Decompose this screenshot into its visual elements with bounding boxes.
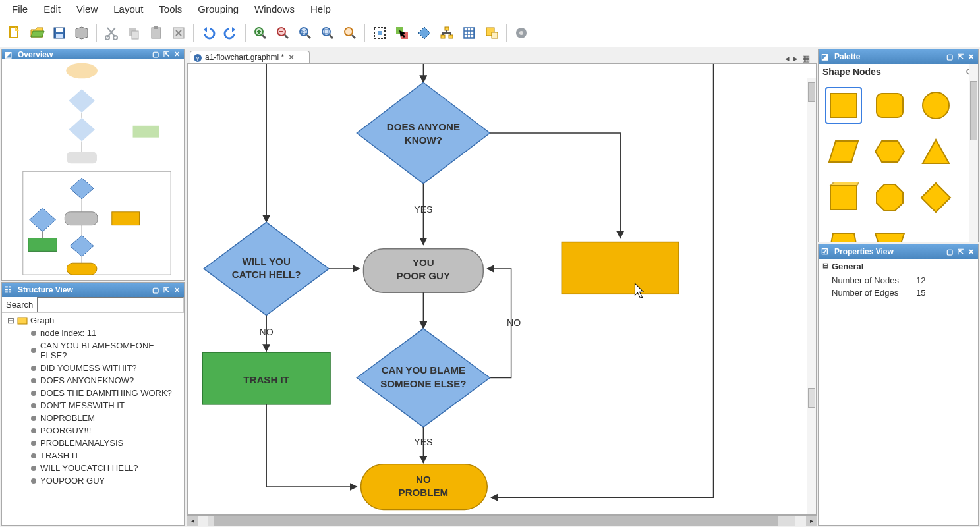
- panel-close-icon[interactable]: ✕: [966, 247, 975, 256]
- fit-content-icon[interactable]: [369, 22, 390, 43]
- panel-close-icon[interactable]: ✕: [172, 50, 181, 59]
- node-does-anyone-know[interactable]: [357, 82, 490, 183]
- tab-close-icon[interactable]: ✕: [288, 53, 295, 62]
- marquee-icon[interactable]: [414, 22, 435, 43]
- tree-item[interactable]: PROBLEMANALYSIS: [7, 437, 181, 449]
- tree-root[interactable]: ⊟ Graph: [7, 316, 181, 325]
- tree-item[interactable]: POORGUY!!!: [7, 424, 181, 437]
- scroll-track[interactable]: [208, 516, 795, 526]
- overview-body[interactable]: [2, 59, 184, 280]
- tree-item[interactable]: TRASH IT: [7, 449, 181, 462]
- panel-close-icon[interactable]: ✕: [172, 285, 181, 294]
- tree-item[interactable]: YOUPOOR GUY: [7, 474, 181, 487]
- panel-pin-icon[interactable]: ⇱: [956, 247, 965, 256]
- shape-trapezoid-inverted[interactable]: [871, 225, 908, 242]
- panel-minimize-icon[interactable]: ▢: [151, 285, 160, 294]
- properties-icon: ☑: [821, 247, 830, 256]
- panel-minimize-icon[interactable]: ▢: [945, 52, 954, 61]
- scroll-right-icon[interactable]: ▸: [806, 516, 817, 526]
- panel-header-overview[interactable]: ◩ Overview ▢ ⇱ ✕: [2, 49, 184, 59]
- panel-pin-icon[interactable]: ⇱: [161, 50, 171, 59]
- save-icon[interactable]: [49, 22, 70, 43]
- shape-rounded-rectangle[interactable]: [871, 87, 908, 124]
- properties-section[interactable]: General: [822, 262, 974, 271]
- palette-section-label: Shape Nodes: [822, 67, 881, 77]
- cut-icon[interactable]: [101, 22, 122, 43]
- snap-icon[interactable]: [481, 22, 502, 43]
- palette-scrollbar[interactable]: [969, 64, 978, 242]
- editor-tab[interactable]: y a1-flowchart.graphml * ✕: [190, 51, 310, 63]
- search-label: Search: [2, 297, 37, 312]
- node-icon: [31, 428, 36, 433]
- panel-minimize-icon[interactable]: ▢: [151, 50, 160, 59]
- menu-layout[interactable]: Layout: [107, 1, 150, 17]
- panel-header-structure[interactable]: ☷ Structure View ▢ ⇱ ✕: [2, 283, 184, 297]
- menu-grouping[interactable]: Grouping: [191, 1, 245, 17]
- redo-icon[interactable]: [220, 22, 241, 43]
- delete-icon[interactable]: [168, 22, 189, 43]
- structure-tree[interactable]: ⊟ Graph node index: 11 CAN YOU BLAMESOME…: [2, 313, 184, 489]
- svg-marker-36: [70, 179, 94, 200]
- node-trash-it-label: TRASH IT: [243, 374, 290, 385]
- search-input[interactable]: [37, 297, 184, 312]
- panel-close-icon[interactable]: ✕: [966, 52, 975, 61]
- scroll-thumb[interactable]: [970, 81, 977, 140]
- panel-header-palette[interactable]: ◪ Palette ▢ ⇱ ✕: [819, 49, 978, 64]
- scroll-left-icon[interactable]: ◂: [187, 516, 198, 526]
- settings-icon[interactable]: [511, 22, 532, 43]
- shape-octagon[interactable]: [871, 179, 908, 216]
- shape-ellipse[interactable]: [917, 87, 954, 124]
- menu-tools[interactable]: Tools: [152, 1, 188, 17]
- tab-list-icon[interactable]: ▦: [802, 53, 810, 63]
- editor-canvas[interactable]: DOES ANYONEKNOW? YES WILL YOUCATCH HELL?…: [187, 63, 817, 515]
- tree-item[interactable]: CAN YOU BLAMESOMEONE ELSE?: [7, 339, 181, 362]
- shape-rectangle[interactable]: [825, 87, 862, 124]
- tab-prev-icon[interactable]: ◂: [785, 53, 790, 63]
- panel-header-properties[interactable]: ☑ Properties View ▢ ⇱ ✕: [819, 244, 978, 259]
- panel-minimize-icon[interactable]: ▢: [945, 247, 954, 256]
- shape-parallelogram[interactable]: [825, 133, 862, 170]
- menu-windows[interactable]: Windows: [248, 1, 301, 17]
- horizontal-scrollbar[interactable]: ◂ ▸: [187, 515, 817, 526]
- scroll-thumb[interactable]: [808, 82, 815, 102]
- shape-triangle[interactable]: [917, 133, 954, 170]
- tab-next-icon[interactable]: ▸: [793, 53, 798, 63]
- menu-help[interactable]: Help: [304, 1, 337, 17]
- node-orange-rect[interactable]: [562, 242, 679, 294]
- overview-minimap[interactable]: [5, 62, 181, 277]
- tree-item[interactable]: DID YOUMESS WITHIT?: [7, 362, 181, 374]
- panel-pin-icon[interactable]: ⇱: [956, 52, 965, 61]
- tree-item[interactable]: node index: 11: [7, 327, 181, 339]
- hierarchy-icon[interactable]: [436, 22, 457, 43]
- vertical-scrollbar[interactable]: [807, 78, 816, 514]
- shape-trapezoid[interactable]: [825, 225, 862, 242]
- selection-mode-icon[interactable]: [391, 22, 413, 43]
- tree-item[interactable]: NOPROBLEM: [7, 412, 181, 424]
- menu-file[interactable]: File: [5, 1, 34, 17]
- tree-item[interactable]: DON'T MESSWITH IT: [7, 399, 181, 412]
- menu-edit[interactable]: Edit: [37, 1, 67, 17]
- shape-diamond[interactable]: [917, 179, 954, 216]
- scroll-handle[interactable]: [808, 388, 815, 408]
- scroll-thumb[interactable]: [214, 516, 778, 526]
- menu-view[interactable]: View: [70, 1, 104, 17]
- open-icon[interactable]: [26, 22, 47, 43]
- undo-icon[interactable]: [198, 22, 219, 43]
- zoom-in-icon[interactable]: [250, 22, 271, 43]
- grid-icon[interactable]: [459, 22, 480, 43]
- new-icon[interactable]: [4, 22, 25, 43]
- copy-icon[interactable]: [123, 22, 144, 43]
- shape-hexagon[interactable]: [871, 133, 908, 170]
- collapse-icon[interactable]: ⊟: [7, 316, 14, 325]
- zoom-actual-icon[interactable]: 1:1: [295, 22, 316, 43]
- panel-pin-icon[interactable]: ⇱: [161, 285, 171, 294]
- zoom-fit-icon[interactable]: [317, 22, 338, 43]
- paste-icon[interactable]: [146, 22, 167, 43]
- zoom-region-icon[interactable]: [339, 22, 360, 43]
- tree-item[interactable]: DOES ANYONEKNOW?: [7, 374, 181, 387]
- print-icon[interactable]: [71, 22, 92, 43]
- shape-rectangle-3d[interactable]: [825, 179, 862, 216]
- tree-item[interactable]: WILL YOUCATCH HELL?: [7, 462, 181, 474]
- tree-item[interactable]: DOES THE DAMNTHING WORK?: [7, 387, 181, 399]
- zoom-out-icon[interactable]: [272, 22, 293, 43]
